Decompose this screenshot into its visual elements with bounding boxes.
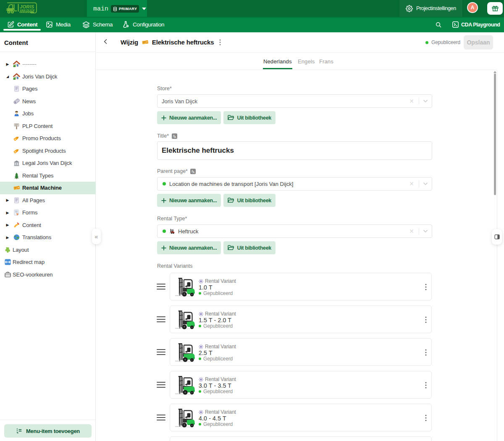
svg-text:VAN DIJCK: VAN DIJCK [20,9,35,12]
svg-text:A: A [193,171,195,174]
svg-text:A: A [174,136,176,138]
